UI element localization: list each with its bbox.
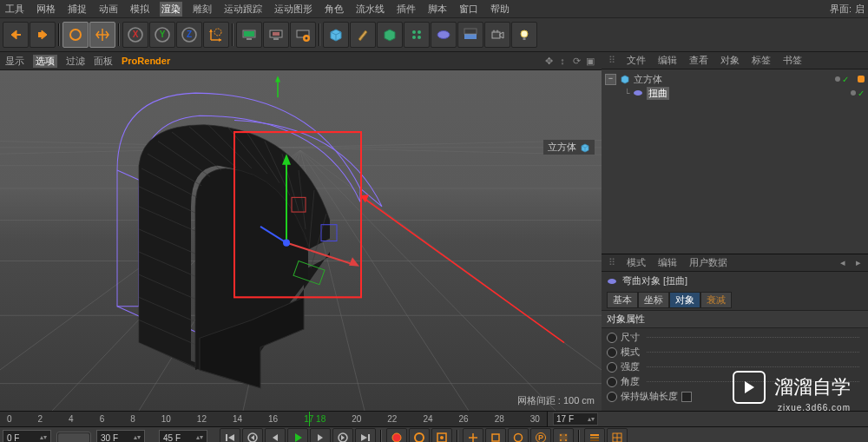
- attr-row-angle[interactable]: 角度: [607, 374, 863, 389]
- om-tab-file[interactable]: 文件: [624, 53, 648, 68]
- undo-button[interactable]: [3, 22, 29, 48]
- render-settings-button[interactable]: [290, 22, 316, 48]
- tree-vis-cube[interactable]: ✓: [835, 75, 865, 84]
- object-tree[interactable]: − 立方体 ✓ └ 扭曲 ✓: [602, 69, 868, 254]
- key-pla-button[interactable]: [553, 428, 574, 442]
- range-end-field-2[interactable]: 45 F▴▾: [159, 430, 207, 442]
- current-frame-field[interactable]: 17 F ▴▾: [553, 412, 598, 426]
- axis-z-button[interactable]: Z: [176, 22, 202, 48]
- menu-mtrack[interactable]: 运动跟踪: [222, 2, 264, 16]
- om-tab-tags[interactable]: 标签: [749, 53, 773, 68]
- key-selection-button[interactable]: [431, 428, 452, 442]
- menu-snap[interactable]: 捕捉: [66, 2, 89, 16]
- checkbox-icon[interactable]: [681, 392, 692, 402]
- phong-tag-icon[interactable]: [858, 76, 865, 82]
- menu-plugins[interactable]: 插件: [395, 2, 418, 16]
- menu-help[interactable]: 帮助: [489, 2, 511, 16]
- viewport-tab-panel[interactable]: 面板: [94, 55, 113, 68]
- generator-button[interactable]: [404, 22, 430, 48]
- prev-key-button[interactable]: [242, 428, 263, 442]
- nurbs-subdiv-button[interactable]: [377, 22, 403, 48]
- light-button[interactable]: [511, 22, 537, 48]
- attr-row-keeplength[interactable]: 保持纵轴长度: [607, 389, 863, 404]
- menu-anim[interactable]: 动画: [97, 2, 120, 16]
- maximize-view-icon[interactable]: ▣: [584, 55, 596, 67]
- tree-row-bend[interactable]: └ 扭曲 ✓: [605, 86, 865, 100]
- key-pos-button[interactable]: [463, 428, 483, 442]
- deformer-button[interactable]: [431, 22, 457, 48]
- radio-icon[interactable]: [607, 362, 617, 373]
- menu-tools[interactable]: 工具: [3, 2, 26, 16]
- zoom-view-icon[interactable]: ↕: [556, 55, 569, 67]
- attr-subtab-object[interactable]: 对象: [669, 292, 700, 308]
- move-tool-button[interactable]: [89, 22, 115, 48]
- coord-system-button[interactable]: [203, 22, 229, 48]
- rotate-view-icon[interactable]: ⟳: [570, 55, 582, 67]
- attr-row-strength[interactable]: 强度: [607, 360, 863, 374]
- record-key-button[interactable]: [386, 428, 407, 442]
- om-tab-object[interactable]: 对象: [718, 53, 742, 68]
- menu-sim[interactable]: 模拟: [128, 2, 151, 16]
- menu-script[interactable]: 脚本: [426, 2, 449, 16]
- radio-icon[interactable]: [607, 347, 617, 358]
- radio-icon[interactable]: [607, 377, 617, 387]
- spline-pen-button[interactable]: [350, 22, 376, 48]
- range-start-field[interactable]: 0 F▴▾: [3, 430, 51, 442]
- timeline-scrollbar[interactable]: [56, 432, 91, 443]
- live-select-button[interactable]: [62, 22, 89, 48]
- radio-icon[interactable]: [607, 392, 617, 402]
- viewport-tab-options[interactable]: 选项: [33, 55, 57, 68]
- viewport-3d[interactable]: 立方体 网格间距 : 100 cm: [0, 70, 602, 411]
- attr-row-mode[interactable]: 模式: [607, 345, 863, 360]
- timeline-marker[interactable]: [309, 412, 310, 426]
- om-tab-bookmark[interactable]: 书签: [780, 53, 805, 68]
- play-button[interactable]: [287, 428, 308, 442]
- attr-subtab-basic[interactable]: 基本: [607, 292, 638, 308]
- om-tab-view[interactable]: 查看: [687, 53, 711, 68]
- environment-button[interactable]: [457, 22, 483, 48]
- goto-start-button[interactable]: [220, 428, 240, 442]
- tree-label-bend[interactable]: 扭曲: [647, 87, 669, 100]
- goto-end-button[interactable]: [355, 428, 376, 442]
- attr-row-size[interactable]: 尺寸: [607, 330, 863, 345]
- attr-tab-userdata[interactable]: 用户数据: [687, 255, 730, 270]
- tree-vis-bend[interactable]: ✓: [851, 89, 865, 98]
- key-rot-button[interactable]: [508, 428, 529, 442]
- menu-mesh[interactable]: 网格: [35, 2, 57, 16]
- menu-sculpt[interactable]: 雕刻: [191, 2, 214, 16]
- tree-row-cube[interactable]: − 立方体 ✓: [605, 72, 865, 86]
- interface-dropdown[interactable]: 启: [855, 3, 865, 16]
- menu-render[interactable]: 渲染: [160, 2, 182, 16]
- tree-collapse-icon[interactable]: −: [605, 74, 616, 85]
- attr-subtab-coord[interactable]: 坐标: [638, 292, 669, 308]
- key-param-button[interactable]: P: [530, 428, 551, 442]
- next-key-button[interactable]: [332, 428, 353, 442]
- tree-label-cube[interactable]: 立方体: [634, 73, 662, 86]
- prev-frame-button[interactable]: [265, 428, 286, 442]
- attr-tab-edit[interactable]: 编辑: [655, 255, 680, 270]
- camera-button[interactable]: [484, 22, 510, 48]
- key-scale-button[interactable]: [485, 428, 506, 442]
- menu-window[interactable]: 窗口: [457, 2, 480, 16]
- axis-x-button[interactable]: X: [122, 22, 148, 48]
- redo-button[interactable]: [30, 22, 56, 48]
- timeline-more-button[interactable]: [607, 428, 628, 442]
- timeline-options-button[interactable]: [584, 428, 605, 442]
- pan-view-icon[interactable]: ✥: [542, 55, 555, 67]
- attr-next-icon[interactable]: ▸: [852, 257, 865, 269]
- render-region-button[interactable]: [263, 22, 289, 48]
- viewport-tab-filter[interactable]: 过滤: [66, 55, 85, 68]
- panel-drag-handle[interactable]: ⠿: [605, 55, 617, 67]
- next-frame-button[interactable]: [310, 428, 331, 442]
- autokey-button[interactable]: [409, 428, 430, 442]
- menu-char[interactable]: 角色: [323, 2, 345, 16]
- attr-prev-icon[interactable]: ◂: [837, 257, 849, 269]
- render-view-button[interactable]: [236, 22, 262, 48]
- panel-drag-handle[interactable]: ⠿: [605, 257, 617, 269]
- attr-subtab-falloff[interactable]: 衰减: [700, 292, 732, 308]
- radio-icon[interactable]: [607, 333, 617, 343]
- viewport-tab-prorender[interactable]: ProRender: [122, 56, 170, 66]
- timeline-track[interactable]: 0 2 4 6 8 10 12 14 16 17 18 20 22 24 26 …: [0, 412, 548, 426]
- primitive-cube-button[interactable]: [323, 22, 349, 48]
- menu-pipeline[interactable]: 流水线: [354, 2, 386, 16]
